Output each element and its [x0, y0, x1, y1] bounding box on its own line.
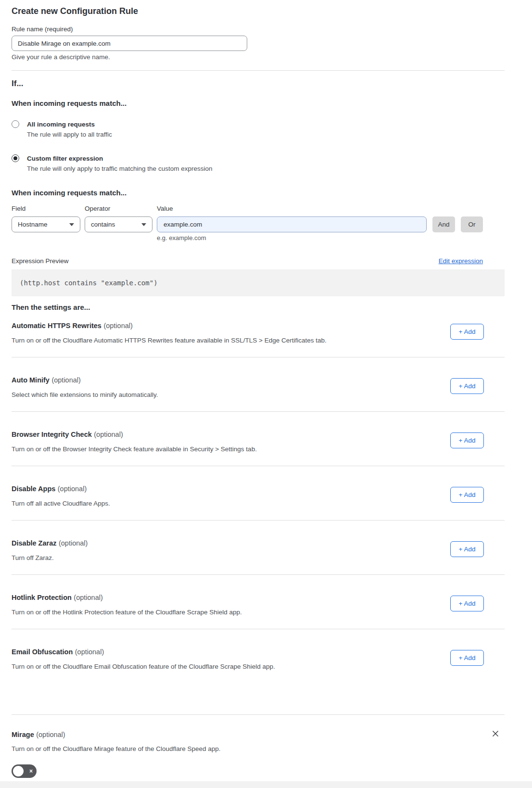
setting-description: Turn on or off the Hotlink Protection fe…: [12, 609, 242, 616]
field-select[interactable]: Hostname: [12, 216, 80, 232]
setting-title-browser-integrity-check: Browser Integrity Check (optional): [12, 430, 123, 439]
divider: [12, 70, 505, 71]
operator-select[interactable]: contains: [85, 216, 152, 232]
mirage-description: Turn on or off the Cloudflare Mirage fea…: [12, 745, 221, 752]
toggle-off-mark: ×: [29, 768, 33, 774]
divider: [12, 411, 505, 412]
setting-description: Turn off Zaraz.: [12, 554, 54, 561]
setting-title-disable-zaraz: Disable Zaraz (optional): [12, 539, 88, 547]
add-email-obfuscation-button[interactable]: + Add: [450, 650, 484, 666]
chevron-down-icon: [141, 223, 146, 226]
operator-select-value: contains: [91, 221, 115, 228]
setting-description: Turn on or off the Cloudflare Automatic …: [12, 337, 327, 344]
configuration-rule-page: Create new Configuration Rule Rule name …: [0, 0, 532, 788]
radio-all-incoming-label: All incoming requests: [27, 121, 95, 128]
add-automatic-https-rewrites-button[interactable]: + Add: [450, 324, 484, 340]
setting-title-auto-minify: Auto Minify (optional): [12, 376, 81, 384]
add-disable-zaraz-button[interactable]: + Add: [450, 541, 484, 557]
add-disable-apps-button[interactable]: + Add: [450, 487, 484, 503]
setting-title-mirage: Mirage (optional): [12, 730, 65, 739]
setting-description: Turn on or off the Browser Integrity Che…: [12, 445, 257, 453]
radio-custom-filter-label: Custom filter expression: [27, 155, 103, 162]
setting-title-email-obfuscation: Email Obfuscation (optional): [12, 648, 104, 656]
edit-expression-link[interactable]: Edit expression: [439, 257, 483, 265]
match-heading: When incoming requests match...: [12, 99, 127, 107]
divider: [12, 714, 505, 715]
add-auto-minify-button[interactable]: + Add: [450, 378, 484, 394]
setting-description: Select which file extensions to minify a…: [12, 391, 158, 398]
setting-description: Turn on or off the Cloudflare Email Obfu…: [12, 663, 275, 670]
page-title: Create new Configuration Rule: [12, 6, 138, 16]
divider: [12, 520, 505, 521]
divider: [12, 357, 505, 357]
add-hotlink-protection-button[interactable]: + Add: [450, 596, 484, 611]
rule-name-input[interactable]: [12, 36, 247, 51]
expression-preview-label: Expression Preview: [12, 257, 69, 265]
field-select-value: Hostname: [18, 221, 48, 228]
rule-name-help: Give your rule a descriptive name.: [12, 53, 110, 61]
value-hint: e.g. example.com: [157, 234, 206, 241]
radio-custom-filter-description: The rule will only apply to traffic matc…: [27, 165, 212, 172]
value-input[interactable]: [157, 216, 427, 232]
radio-all-incoming-requests[interactable]: [12, 120, 19, 128]
add-browser-integrity-check-button[interactable]: + Add: [450, 432, 484, 448]
divider: [12, 629, 505, 629]
if-heading: If...: [12, 79, 24, 89]
divider: [12, 574, 505, 575]
radio-all-incoming-description: The rule will apply to all traffic: [27, 131, 112, 138]
toggle-knob: [13, 766, 24, 776]
expression-code: (http.host contains "example.com"): [20, 279, 158, 287]
operator-label: Operator: [85, 205, 110, 212]
setting-title-automatic-https-rewrites: Automatic HTTPS Rewrites (optional): [12, 321, 133, 330]
value-label: Value: [157, 205, 173, 212]
setting-description: Turn off all active Cloudflare Apps.: [12, 500, 110, 507]
setting-title-hotlink-protection: Hotlink Protection (optional): [12, 593, 103, 602]
close-icon[interactable]: [492, 730, 499, 737]
expression-preview-block: (http.host contains "example.com"): [12, 269, 505, 296]
page-bottom-strip: [0, 781, 532, 788]
settings-heading: Then the settings are...: [12, 303, 90, 311]
and-button[interactable]: And: [432, 216, 455, 232]
or-button[interactable]: Or: [461, 216, 483, 232]
chevron-down-icon: [69, 223, 74, 226]
rule-name-label: Rule name (required): [12, 25, 73, 33]
radio-custom-filter-expression[interactable]: [12, 154, 19, 162]
mirage-toggle[interactable]: ×: [12, 764, 37, 778]
field-label: Field: [12, 205, 25, 212]
setting-title-disable-apps: Disable Apps (optional): [12, 484, 87, 493]
divider: [12, 466, 505, 466]
builder-heading: When incoming requests match...: [12, 189, 127, 197]
